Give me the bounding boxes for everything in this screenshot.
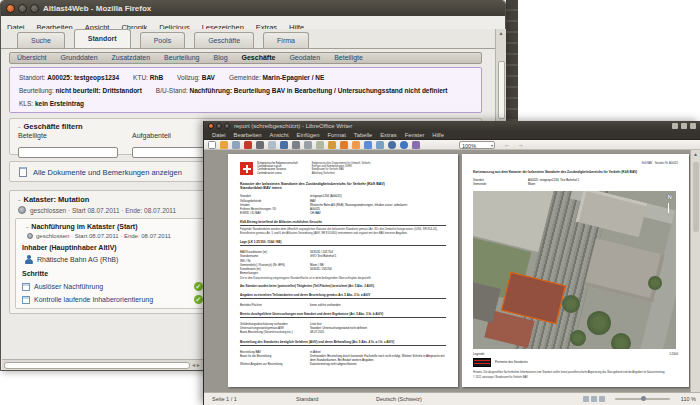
map-scale: 1:2000 [669,352,678,356]
sub-tab[interactable]: Grunddaten [54,53,105,63]
toolbar-icon[interactable] [316,141,324,149]
menu-item[interactable]: Fenster [401,131,429,139]
toolbar-icon[interactable] [304,141,312,149]
collapse-icon[interactable]: - [18,122,21,131]
toolbar-icon[interactable] [352,141,360,149]
toolbar-icon[interactable] [388,141,396,149]
sub-tab[interactable]: Beteiligte [327,53,370,63]
scroll-up-icon[interactable]: ▴ [691,150,700,159]
filter-input[interactable] [18,147,118,158]
menu-item[interactable]: Extras [376,131,400,139]
step-link[interactable]: Kontrolle laufende Inhaberorientierung [34,296,153,303]
sub-tab[interactable]: Blog [207,53,235,63]
vertical-scrollbar[interactable]: ▴ [690,150,700,392]
chevron-down-icon[interactable]: ▾ [491,142,493,150]
menu-item[interactable]: Tabelle [350,131,376,139]
zoom-level[interactable]: 110 % [681,393,696,405]
sub-tab[interactable]: Zusatzdaten [105,53,158,63]
toolbar-icon[interactable] [232,141,240,149]
zoom-combobox[interactable]: 100%▾ [459,141,495,149]
page-style-indicator[interactable]: Standard [296,393,318,405]
toolbar-icon[interactable] [256,141,264,149]
all-documents-link[interactable]: Alle Dokumente und Bemerkungen anzeigen [33,162,182,183]
task-title[interactable]: -Nachführung im Kataster (Start) [26,223,138,230]
toolbar-icon[interactable] [364,141,372,149]
toolbar-icon[interactable] [268,141,276,149]
confederation-line: Confederaziun svizra [257,172,298,175]
page-indicator: Seite 1 / 1 [212,393,237,405]
scroll-up-icon[interactable]: ▴ [496,29,506,38]
scrollbar-thumb[interactable] [693,162,699,232]
document-icon [19,167,27,177]
maximize-button[interactable] [30,4,39,13]
toolbar-icon[interactable] [328,141,336,149]
writer-titlebar[interactable]: report (schreibgeschützt) - LibreOffice … [204,121,700,131]
firefox-titlebar[interactable]: Altlast4Web - Mozilla Firefox [1,1,505,16]
session-indicator-icon[interactable] [690,123,696,129]
sub-tab[interactable]: Geschäfte [235,53,283,63]
collapse-icon[interactable]: - [26,223,28,230]
step-link[interactable]: Auslöser Nachführung [34,283,103,290]
toolbar-icon[interactable] [376,141,384,149]
document-area: Schweizerische EidgenossenschaftConfédér… [204,150,700,392]
scrollbar-arrows-icon[interactable]: ◂ ▸ [192,360,200,370]
toolbar-icon[interactable] [400,141,408,149]
minimize-button[interactable] [18,4,27,13]
north-arrow-line [668,203,669,213]
app-tab[interactable]: Standort [74,29,131,48]
data-row: Basis für die BeurteilungDrittstandort: … [240,354,446,362]
menu-item[interactable]: Datei [208,131,230,139]
mail-indicator-icon[interactable] [672,123,678,129]
section-heading: Lage (LK 1:25'000: 1164 / NE) [240,240,446,246]
collapse-icon[interactable]: - [18,195,21,204]
scrollbar-thumb[interactable] [498,61,505,119]
menu-item[interactable]: Format [324,131,350,139]
language-indicator[interactable]: Deutsch (Schweiz) [376,393,422,405]
maximize-button[interactable] [224,123,230,129]
zoom-slider-handle[interactable] [641,396,646,401]
toolbar-icon[interactable] [220,141,228,149]
toolbar-icon[interactable] [340,141,348,149]
kataster-panel-title[interactable]: -Kataster: Mutation [18,195,89,204]
toolbar-icon[interactable] [244,141,252,149]
task-status: geschlossen · Start 08.07.2011 · Ende: 0… [36,233,171,239]
volume-indicator-icon[interactable] [681,123,687,129]
menu-item[interactable]: Bearbeiten [230,131,266,139]
closed-status-icon [18,206,26,214]
check-icon: ✓ [194,295,203,304]
menu-item[interactable]: Einfügen [293,131,324,139]
sub-tab[interactable]: Übersicht [10,53,54,63]
app-tab[interactable]: Suche [17,32,65,48]
app-tab[interactable]: Geschäfte [194,32,254,48]
aerial-photo: N [473,191,676,349]
sub-tab[interactable]: Geodaten [282,53,327,63]
view-layout-icons[interactable] [583,396,605,402]
navigation-arrows-icon[interactable]: ← → [504,140,527,150]
toolbar-icon[interactable] [412,141,420,149]
data-row: Betriebs-Flächenkeine solche vorhanden [240,303,446,307]
scrollbar-thumb[interactable] [4,362,190,369]
perimeter-legend-swatch [473,358,491,367]
toolbar-icon[interactable] [292,141,300,149]
legend-label: Legende [473,352,484,356]
paragraph: Folgende Standortdaten wurden dem öffent… [240,228,446,235]
building-gray-large [584,238,665,303]
app-tab-strip: SucheStandortPoolsGeschäfteFirma [1,29,505,49]
minimize-button[interactable] [216,123,222,129]
inhaber-name[interactable]: Rhätische Bahn AG (RhB) [37,256,118,263]
sub-tab[interactable]: Beurteilung [157,53,206,63]
writer-menubar: DateiBearbeitenAnsichtEinfügenFormatTabe… [204,131,700,140]
toolbar-icon[interactable] [208,141,216,149]
menu-item[interactable]: Hilfe [428,131,448,139]
toolbar-icon[interactable] [280,141,288,149]
bold-statement: Am Standort wurden keine (potenziellen) … [240,284,446,288]
close-button[interactable] [6,4,15,13]
zoom-slider[interactable] [615,398,670,400]
filter-panel-title[interactable]: -Geschäfte filtern [18,122,83,131]
app-tab[interactable]: Pools [140,32,186,48]
close-button[interactable] [208,123,214,129]
data-row: Bemerkungen [240,271,446,275]
window-title: report (schreibgeschützt) - LibreOffice … [234,121,352,131]
app-tab[interactable]: Firma [263,32,309,48]
menu-item[interactable]: Ansicht [266,131,293,139]
